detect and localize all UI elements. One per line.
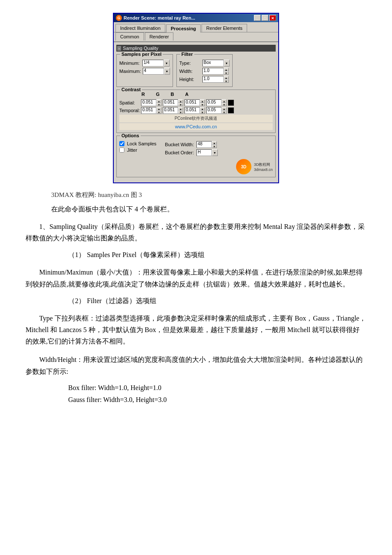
spatial-r-spin[interactable]: 0.051 ▲ ▼	[141, 99, 161, 106]
temporal-g-arrows[interactable]: ▲ ▼	[178, 107, 183, 114]
temporal-b-spin[interactable]: 0.051 ▲ ▼	[184, 107, 205, 114]
temporal-b-arrows[interactable]: ▲ ▼	[200, 107, 205, 114]
contrast-header-row: R G B A	[119, 92, 273, 97]
min-dropdown[interactable]: 1/4 ▼	[142, 60, 170, 66]
spatial-a-down[interactable]: ▼	[222, 103, 227, 106]
temporal-b-down[interactable]: ▼	[200, 110, 205, 114]
filter-width-value[interactable]: 1.0	[202, 68, 224, 75]
filter-height-arrows[interactable]: ▲ ▼	[224, 76, 229, 83]
temporal-b-up[interactable]: ▲	[200, 107, 205, 110]
max-dropdown[interactable]: 4 ▼	[143, 68, 170, 75]
samples-per-pixel-group: Samples per Pixel Minimum: 1/4 ▼ Maximum…	[116, 54, 173, 87]
temporal-g-up[interactable]: ▲	[178, 107, 183, 110]
spatial-r-arrows[interactable]: ▲ ▼	[156, 99, 161, 106]
filter-height-value[interactable]: 1.0	[202, 76, 224, 83]
logo-text-area: 3D教程网 3dmax8.cn	[254, 162, 273, 172]
tab-common[interactable]: Common	[115, 32, 144, 40]
spatial-b-down[interactable]: ▼	[200, 103, 205, 106]
temporal-color-swatch[interactable]	[228, 107, 234, 113]
max-dropdown-arrow[interactable]: ▼	[164, 68, 170, 75]
spatial-r-value[interactable]: 0.051	[141, 99, 156, 106]
bucket-width-value[interactable]: 48	[196, 141, 212, 148]
contrast-a-header: A	[185, 92, 188, 97]
window-controls[interactable]: _ □ ✕	[254, 15, 276, 21]
logo-3d-icon: 3D	[236, 159, 251, 174]
jitter-checkbox[interactable]	[119, 147, 124, 153]
bucket-width-row: Bucket Width: 48 ▲ ▼	[165, 141, 218, 148]
dialog-titlebar: G Render Scene: mental ray Ren... _ □ ✕	[114, 14, 278, 22]
bucket-width-spin[interactable]: 48 ▲ ▼	[196, 141, 217, 148]
spatial-r-up[interactable]: ▲	[156, 99, 161, 103]
temporal-a-up[interactable]: ▲	[222, 107, 227, 110]
logo-line1: 3D教程网	[254, 162, 273, 168]
filter-group: Filter Type: Box ▼ Width: 1.0 ▲	[176, 54, 233, 87]
spatial-a-arrows[interactable]: ▲ ▼	[222, 99, 227, 106]
filter-width-down[interactable]: ▼	[224, 71, 229, 75]
filter-height-down[interactable]: ▼	[224, 79, 229, 83]
dialog-body: - Sampling Quality Samples per Pixel Min…	[114, 42, 278, 182]
spatial-a-up[interactable]: ▲	[222, 99, 227, 103]
temporal-r-arrows[interactable]: ▲ ▼	[156, 107, 161, 114]
filter-height-spin[interactable]: 1.0 ▲ ▼	[202, 76, 229, 83]
filter-height-up[interactable]: ▲	[224, 76, 229, 79]
temporal-r-spin[interactable]: 0.051 ▲ ▼	[141, 107, 161, 114]
temporal-a-value[interactable]: 0.05	[206, 107, 222, 114]
spatial-color-swatch[interactable]	[228, 100, 234, 106]
paragraph4: Width/Height：用来设置过滤区域的宽度和高度值的大小，增加此值会大大增…	[26, 354, 366, 377]
sampling-quality-header: - Sampling Quality	[116, 45, 276, 52]
spatial-b-spin[interactable]: 0.051 ▲ ▼	[184, 99, 205, 106]
tab-indirect-illumination[interactable]: Indirect Illumination	[115, 24, 165, 32]
lock-samples-checkbox[interactable]	[119, 141, 124, 146]
temporal-g-value[interactable]: 0.051	[163, 107, 178, 114]
temporal-a-spin[interactable]: 0.05 ▲ ▼	[206, 107, 227, 114]
logo-area: 3D 3D教程网 3dmax8.cn	[119, 159, 273, 174]
filter-type-value[interactable]: Box	[202, 60, 224, 66]
max-value[interactable]: 4	[143, 68, 164, 75]
temporal-g-spin[interactable]: 0.051 ▲ ▼	[163, 107, 183, 114]
bucket-order-row: Bucket Order: H ▼	[165, 149, 218, 156]
spatial-g-value[interactable]: 0.051	[163, 99, 178, 106]
bucket-order-dropdown[interactable]: H ▼	[196, 149, 218, 156]
bucket-width-arrows[interactable]: ▲ ▼	[212, 141, 217, 148]
min-value[interactable]: 1/4	[142, 60, 164, 66]
spatial-a-spin[interactable]: 0.05 ▲ ▼	[206, 99, 227, 106]
filter-type-arrow[interactable]: ▼	[224, 60, 230, 66]
options-left: Lock Samples Jitter	[119, 141, 156, 157]
filter-width-arrows[interactable]: ▲ ▼	[224, 68, 229, 75]
temporal-r-up[interactable]: ▲	[156, 107, 161, 110]
spatial-b-value[interactable]: 0.051	[184, 99, 200, 106]
max-row: Maximum: 4 ▼	[119, 68, 170, 75]
spatial-b-up[interactable]: ▲	[200, 99, 205, 103]
spatial-g-arrows[interactable]: ▲ ▼	[178, 99, 183, 106]
spatial-r-down[interactable]: ▼	[156, 103, 161, 106]
temporal-a-arrows[interactable]: ▲ ▼	[222, 107, 227, 114]
tab-processing[interactable]: Processing	[166, 24, 201, 32]
bucket-order-label: Bucket Order:	[165, 150, 194, 155]
filter-width-up[interactable]: ▲	[224, 68, 229, 71]
bucket-order-value[interactable]: H	[196, 149, 212, 156]
spatial-g-down[interactable]: ▼	[178, 103, 183, 106]
filter-width-spin[interactable]: 1.0 ▲ ▼	[202, 68, 229, 75]
close-button[interactable]: ✕	[269, 15, 276, 21]
tabs-row1: Indirect Illumination Processing Render …	[114, 22, 278, 32]
collapse-icon[interactable]: -	[117, 46, 121, 51]
temporal-r-value[interactable]: 0.051	[141, 107, 156, 114]
temporal-b-value[interactable]: 0.051	[184, 107, 200, 114]
filter-type-dropdown[interactable]: Box ▼	[202, 60, 230, 66]
tab-render-elements[interactable]: Render Elements	[202, 24, 247, 32]
spatial-g-spin[interactable]: 0.051 ▲ ▼	[163, 99, 183, 106]
bucket-order-arrow[interactable]: ▼	[212, 149, 218, 156]
jitter-label: Jitter	[127, 147, 137, 153]
minimize-button[interactable]: _	[254, 15, 261, 21]
temporal-a-down[interactable]: ▼	[222, 110, 227, 114]
spatial-g-up[interactable]: ▲	[178, 99, 183, 103]
temporal-g-down[interactable]: ▼	[178, 110, 183, 114]
bucket-width-up[interactable]: ▲	[212, 141, 217, 145]
restore-button[interactable]: □	[262, 15, 268, 21]
bucket-width-down[interactable]: ▼	[212, 145, 217, 148]
min-dropdown-arrow[interactable]: ▼	[164, 60, 170, 66]
spatial-b-arrows[interactable]: ▲ ▼	[200, 99, 205, 106]
temporal-r-down[interactable]: ▼	[156, 110, 161, 114]
tab-renderer[interactable]: Renderer	[145, 32, 174, 40]
spatial-a-value[interactable]: 0.05	[206, 99, 222, 106]
